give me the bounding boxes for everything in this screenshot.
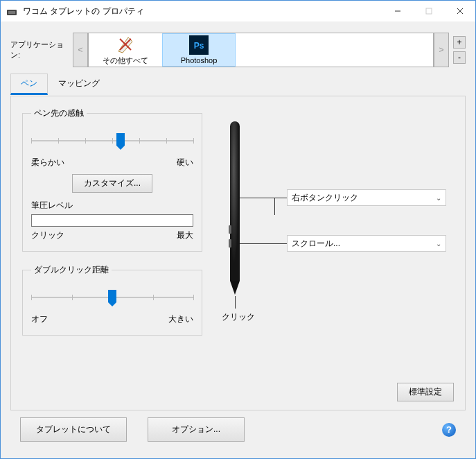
pen-tip-label: クリック bbox=[222, 311, 255, 323]
double-click-large-label: 大きい bbox=[168, 313, 193, 325]
application-strip: その他すべて Ps Photoshop bbox=[88, 33, 434, 67]
default-settings-button[interactable]: 標準設定 bbox=[397, 383, 454, 401]
photoshop-icon: Ps bbox=[189, 35, 209, 55]
svg-rect-1 bbox=[8, 11, 15, 14]
chevron-down-icon: ⌄ bbox=[436, 240, 441, 248]
app-item-label: Photoshop bbox=[181, 56, 218, 64]
upper-button-dropdown[interactable]: 右ボタンクリック ⌄ bbox=[287, 189, 446, 206]
options-button[interactable]: オプション... bbox=[148, 417, 245, 442]
pressure-max-label: 最大 bbox=[177, 230, 193, 241]
pen-lower-button-mark bbox=[229, 239, 231, 248]
tabs: ペン マッピング bbox=[10, 73, 466, 95]
svg-rect-3 bbox=[426, 8, 432, 14]
app-scroll-left-button[interactable]: < bbox=[73, 33, 88, 67]
pressure-click-label: クリック bbox=[31, 230, 64, 241]
application-row: アプリケーション: < その他すべて Ps Photoshop > bbox=[10, 33, 466, 67]
tip-feel-soft-label: 柔らかい bbox=[31, 157, 64, 168]
pen-body-illustration bbox=[230, 121, 240, 281]
application-label: アプリケーション: bbox=[10, 40, 73, 60]
double-click-legend: ダブルクリック距離 bbox=[31, 264, 112, 276]
customize-button[interactable]: カスタマイズ... bbox=[72, 174, 152, 193]
app-icon bbox=[6, 6, 17, 17]
window: ワコム タブレットの プロパティ アプリケーション: < その他すべて Ps bbox=[0, 0, 476, 459]
lower-button-value: スクロール... bbox=[292, 238, 340, 250]
about-tablet-button[interactable]: タブレットについて bbox=[20, 417, 127, 442]
chevron-down-icon: ⌄ bbox=[436, 194, 441, 202]
upper-button-value: 右ボタンクリック bbox=[292, 192, 358, 204]
double-click-off-label: オフ bbox=[31, 313, 48, 325]
app-item-all[interactable]: その他すべて bbox=[89, 33, 162, 67]
pen-tip-illustration bbox=[230, 281, 240, 295]
svg-text:Ps: Ps bbox=[194, 41, 204, 51]
double-click-slider[interactable] bbox=[31, 286, 193, 309]
titlebar: ワコム タブレットの プロパティ bbox=[1, 1, 475, 21]
lower-button-dropdown[interactable]: スクロール... ⌄ bbox=[287, 235, 446, 252]
tip-feel-hard-label: 硬い bbox=[177, 157, 193, 168]
help-icon[interactable]: ? bbox=[442, 423, 456, 437]
tab-pen[interactable]: ペン bbox=[10, 73, 48, 95]
tab-panel: ペン先の感触 柔らかい bbox=[10, 96, 466, 410]
double-click-group: ダブルクリック距離 オフ 大きい bbox=[22, 264, 202, 336]
double-click-thumb[interactable] bbox=[108, 290, 116, 302]
tip-feel-thumb[interactable] bbox=[116, 133, 125, 146]
tip-feel-group: ペン先の感触 柔らかい bbox=[22, 107, 202, 252]
close-button[interactable] bbox=[444, 1, 475, 21]
tab-mapping[interactable]: マッピング bbox=[48, 73, 110, 95]
pen-diagram: 右ボタンクリック ⌄ スクロール... ⌄ クリック bbox=[209, 107, 454, 367]
bottom-bar: タブレットについて オプション... ? bbox=[10, 410, 466, 451]
pen-upper-button-mark bbox=[229, 225, 231, 234]
app-add-button[interactable]: + bbox=[453, 36, 466, 49]
app-item-photoshop[interactable]: Ps Photoshop bbox=[162, 33, 236, 67]
pressure-level-label: 筆圧レベル bbox=[31, 200, 193, 211]
app-item-label: その他すべて bbox=[103, 55, 148, 66]
tip-feel-slider[interactable] bbox=[31, 129, 193, 153]
window-title: ワコム タブレットの プロパティ bbox=[23, 6, 382, 17]
app-scroll-right-button[interactable]: > bbox=[434, 33, 449, 67]
pressure-level-bar bbox=[31, 214, 193, 227]
tip-feel-legend: ペン先の感触 bbox=[31, 107, 87, 119]
all-apps-icon bbox=[116, 35, 135, 54]
maximize-button[interactable] bbox=[413, 1, 444, 21]
app-remove-button[interactable]: - bbox=[453, 51, 466, 64]
minimize-button[interactable] bbox=[382, 1, 413, 21]
